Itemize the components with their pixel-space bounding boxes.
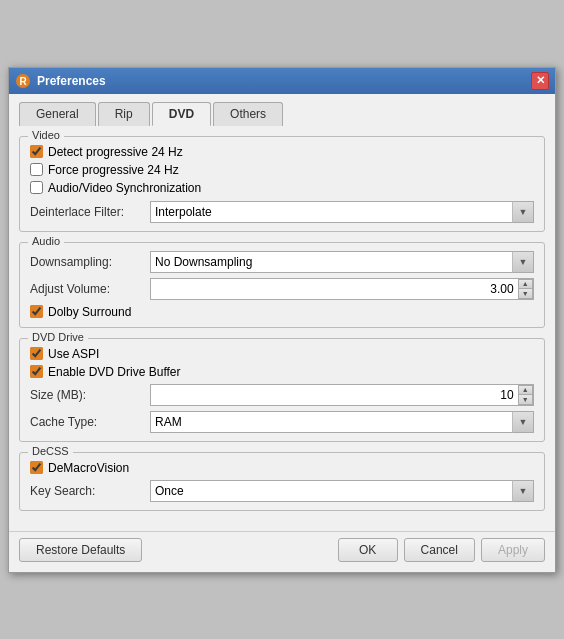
demacrovision-checkbox[interactable] — [30, 461, 43, 474]
adjust-volume-label: Adjust Volume: — [30, 282, 150, 296]
cache-type-select-wrap: RAM Disk ▼ — [150, 411, 534, 433]
close-button[interactable]: ✕ — [531, 72, 549, 90]
size-label: Size (MB): — [30, 388, 150, 402]
demacrovision-row: DeMacroVision — [30, 461, 534, 475]
decss-section: DeCSS DeMacroVision Key Search: Once Alw… — [19, 452, 545, 511]
key-search-row: Key Search: Once Always Never ▼ — [30, 480, 534, 502]
dvd-drive-section: DVD Drive Use ASPI Enable DVD Drive Buff… — [19, 338, 545, 442]
adjust-volume-row: Adjust Volume: ▲ ▼ — [30, 278, 534, 300]
size-input[interactable] — [151, 385, 518, 405]
tab-dvd[interactable]: DVD — [152, 102, 211, 126]
force-progressive-checkbox[interactable] — [30, 163, 43, 176]
adjust-volume-input-wrap: ▲ ▼ — [150, 278, 534, 300]
cancel-button[interactable]: Cancel — [404, 538, 475, 562]
window-icon: R — [15, 73, 31, 89]
deinterlace-select[interactable]: Interpolate None Blend Bob — [150, 201, 534, 223]
key-search-label: Key Search: — [30, 484, 150, 498]
title-bar-left: R Preferences — [15, 73, 106, 89]
decss-section-title: DeCSS — [28, 445, 73, 457]
video-section: Video Detect progressive 24 Hz Force pro… — [19, 136, 545, 232]
enable-dvd-buffer-label: Enable DVD Drive Buffer — [48, 365, 181, 379]
video-section-title: Video — [28, 129, 64, 141]
size-row: Size (MB): ▲ ▼ — [30, 384, 534, 406]
detect-progressive-row: Detect progressive 24 Hz — [30, 145, 534, 159]
detect-progressive-label: Detect progressive 24 Hz — [48, 145, 183, 159]
tab-bar: General Rip DVD Others — [19, 102, 545, 126]
svg-text:R: R — [19, 76, 27, 87]
audio-video-sync-checkbox[interactable] — [30, 181, 43, 194]
tab-rip[interactable]: Rip — [98, 102, 150, 126]
audio-section-title: Audio — [28, 235, 64, 247]
ok-button[interactable]: OK — [338, 538, 398, 562]
adjust-volume-spinner: ▲ ▼ — [518, 279, 533, 299]
downsampling-select[interactable]: No Downsampling 44100 Hz 22050 Hz 11025 … — [150, 251, 534, 273]
size-input-wrap: ▲ ▼ — [150, 384, 534, 406]
downsampling-label: Downsampling: — [30, 255, 150, 269]
dolby-surround-row: Dolby Surround — [30, 305, 534, 319]
preferences-window: R Preferences ✕ General Rip DVD Others V… — [8, 67, 556, 573]
tab-general[interactable]: General — [19, 102, 96, 126]
key-search-select[interactable]: Once Always Never — [150, 480, 534, 502]
title-bar: R Preferences ✕ — [9, 68, 555, 94]
deinterlace-label: Deinterlace Filter: — [30, 205, 150, 219]
cache-type-select[interactable]: RAM Disk — [150, 411, 534, 433]
size-up[interactable]: ▲ — [518, 385, 533, 395]
apply-button[interactable]: Apply — [481, 538, 545, 562]
tab-others[interactable]: Others — [213, 102, 283, 126]
detect-progressive-checkbox[interactable] — [30, 145, 43, 158]
dolby-surround-checkbox[interactable] — [30, 305, 43, 318]
audio-section: Audio Downsampling: No Downsampling 4410… — [19, 242, 545, 328]
size-spinner: ▲ ▼ — [518, 385, 533, 405]
use-aspi-row: Use ASPI — [30, 347, 534, 361]
dolby-surround-label: Dolby Surround — [48, 305, 131, 319]
window-title: Preferences — [37, 74, 106, 88]
main-content: General Rip DVD Others Video Detect prog… — [9, 94, 555, 531]
demacrovision-label: DeMacroVision — [48, 461, 129, 475]
use-aspi-checkbox[interactable] — [30, 347, 43, 360]
footer: Restore Defaults OK Cancel Apply — [9, 531, 555, 572]
cache-type-row: Cache Type: RAM Disk ▼ — [30, 411, 534, 433]
dvd-drive-section-title: DVD Drive — [28, 331, 88, 343]
deinterlace-select-wrap: Interpolate None Blend Bob ▼ — [150, 201, 534, 223]
adjust-volume-input[interactable] — [151, 279, 518, 299]
key-search-select-wrap: Once Always Never ▼ — [150, 480, 534, 502]
cache-type-label: Cache Type: — [30, 415, 150, 429]
footer-spacer — [148, 538, 331, 562]
enable-dvd-buffer-row: Enable DVD Drive Buffer — [30, 365, 534, 379]
force-progressive-row: Force progressive 24 Hz — [30, 163, 534, 177]
audio-video-sync-label: Audio/Video Synchronization — [48, 181, 201, 195]
downsampling-select-wrap: No Downsampling 44100 Hz 22050 Hz 11025 … — [150, 251, 534, 273]
enable-dvd-buffer-checkbox[interactable] — [30, 365, 43, 378]
force-progressive-label: Force progressive 24 Hz — [48, 163, 179, 177]
use-aspi-label: Use ASPI — [48, 347, 99, 361]
adjust-volume-up[interactable]: ▲ — [518, 279, 533, 289]
size-down[interactable]: ▼ — [518, 394, 533, 405]
audio-video-sync-row: Audio/Video Synchronization — [30, 181, 534, 195]
downsampling-row: Downsampling: No Downsampling 44100 Hz 2… — [30, 251, 534, 273]
deinterlace-row: Deinterlace Filter: Interpolate None Ble… — [30, 201, 534, 223]
adjust-volume-down[interactable]: ▼ — [518, 288, 533, 299]
restore-defaults-button[interactable]: Restore Defaults — [19, 538, 142, 562]
